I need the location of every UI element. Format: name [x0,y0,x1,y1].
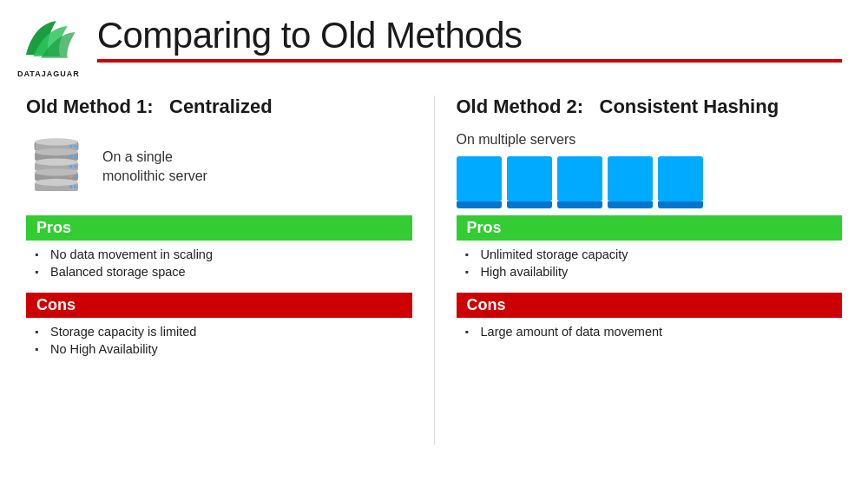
list-item: High availability [465,265,843,279]
svg-point-11 [69,144,72,147]
list-item: No data movement in scaling [35,247,412,261]
server-block-1 [457,156,502,201]
method1-pros-list: No data movement in scaling Balanced sto… [26,247,412,282]
method2-title-suffix: Consistent Hashing [600,96,779,117]
title-area: Comparing to Old Methods [97,16,842,63]
method2-cons-label: Cons [457,293,843,318]
method1-title: Old Method 1: Centralized [26,96,412,118]
method2-server-desc: On multiple servers [457,132,843,148]
list-item: Balanced storage space [35,265,412,279]
svg-point-6 [35,158,78,165]
svg-point-19 [69,185,72,188]
svg-point-20 [74,185,76,188]
slide: DATAJAGUAR Comparing to Old Methods Old … [0,0,868,488]
server-block-3 [557,156,602,201]
svg-point-8 [35,168,78,175]
page-title: Comparing to Old Methods [97,16,842,56]
svg-point-10 [35,178,78,185]
list-item: No High Availability [35,342,412,356]
method1-column: Old Method 1: Centralized [26,96,412,445]
logo-area: DATAJAGUAR [17,16,80,78]
method1-cons-label: Cons [26,293,412,318]
method2-cons-list: Large amount of data movement [457,325,843,342]
main-content: Old Method 1: Centralized [0,78,868,453]
list-item: Large amount of data movement [465,325,843,339]
method1-title-prefix: Old Method 1: [26,96,154,117]
svg-point-13 [69,155,72,157]
list-item: Storage capacity is limited [35,325,412,339]
method1-server-desc: On a single monolithic server [102,148,207,187]
method2-pros-label: Pros [457,215,843,241]
single-server-icon [26,135,87,200]
column-divider [434,96,435,445]
title-underline [97,59,842,63]
server-blocks-row [457,156,843,201]
logo-text: DATAJAGUAR [17,69,80,78]
header: DATAJAGUAR Comparing to Old Methods [0,0,868,78]
method1-title-suffix: Centralized [169,96,273,117]
server-block-2 [507,156,552,201]
method1-pros-label: Pros [26,215,412,241]
svg-point-12 [74,144,76,147]
method2-visual: On multiple servers [457,132,843,201]
svg-point-16 [74,165,76,168]
method1-cons-list: Storage capacity is limited No High Avai… [26,325,412,359]
svg-point-14 [74,155,76,157]
method2-title-prefix: Old Method 2: [457,96,584,117]
method2-title: Old Method 2: Consistent Hashing [457,96,843,118]
datajaguar-logo-icon [18,16,79,68]
svg-point-18 [74,175,76,177]
svg-point-2 [35,138,78,145]
list-item: Unlimited storage capacity [465,247,843,261]
svg-point-4 [35,148,78,155]
server-block-5 [658,156,703,201]
server-block-4 [608,156,653,201]
svg-point-17 [69,175,72,177]
method2-column: Old Method 2: Consistent Hashing On mult… [457,96,843,445]
method2-pros-list: Unlimited storage capacity High availabi… [457,247,843,282]
method1-visual: On a single monolithic server [26,132,412,201]
svg-point-15 [69,165,72,168]
